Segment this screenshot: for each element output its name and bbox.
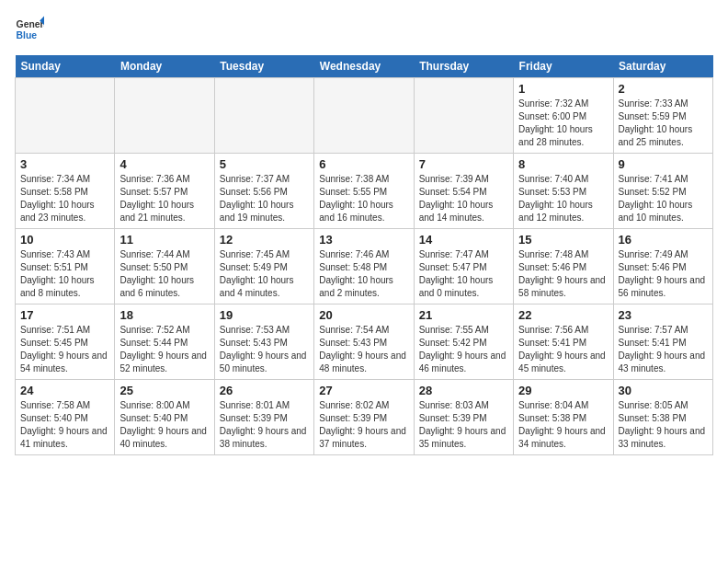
calendar-cell: 6Sunrise: 7:38 AM Sunset: 5:55 PM Daylig… [314,154,414,229]
day-number: 23 [619,308,708,322]
day-info: Sunrise: 7:37 AM Sunset: 5:56 PM Dayligh… [220,173,309,224]
calendar-cell: 28Sunrise: 8:03 AM Sunset: 5:39 PM Dayli… [414,380,513,455]
calendar-cell: 1Sunrise: 7:32 AM Sunset: 6:00 PM Daylig… [514,78,613,154]
day-number: 26 [220,384,309,397]
day-info: Sunrise: 7:49 AM Sunset: 5:46 PM Dayligh… [619,248,708,300]
day-info: Sunrise: 8:01 AM Sunset: 5:39 PM Dayligh… [220,399,309,451]
calendar-cell: 22Sunrise: 7:56 AM Sunset: 5:41 PM Dayli… [514,304,613,380]
day-number: 25 [119,384,209,397]
day-number: 30 [619,384,708,397]
day-number: 7 [419,157,508,171]
day-number: 13 [319,233,408,247]
day-number: 24 [20,384,109,397]
calendar-cell [16,78,115,154]
day-info: Sunrise: 7:48 AM Sunset: 5:46 PM Dayligh… [518,248,608,300]
calendar-cell: 14Sunrise: 7:47 AM Sunset: 5:47 PM Dayli… [414,229,513,304]
day-number: 5 [220,157,309,171]
calendar-cell: 8Sunrise: 7:40 AM Sunset: 5:53 PM Daylig… [514,154,613,229]
day-number: 9 [619,157,708,171]
day-number: 29 [518,384,608,397]
day-number: 6 [319,157,408,171]
day-number: 28 [419,384,508,397]
calendar-cell: 7Sunrise: 7:39 AM Sunset: 5:54 PM Daylig… [414,154,513,229]
day-info: Sunrise: 7:53 AM Sunset: 5:43 PM Dayligh… [220,324,309,375]
weekday-header: Wednesday [314,55,414,78]
calendar-cell: 16Sunrise: 7:49 AM Sunset: 5:46 PM Dayli… [613,229,712,304]
day-number: 12 [220,233,309,247]
day-info: Sunrise: 7:45 AM Sunset: 5:49 PM Dayligh… [220,248,309,300]
day-info: Sunrise: 7:56 AM Sunset: 5:41 PM Dayligh… [518,324,608,375]
day-number: 4 [119,157,209,171]
svg-text:Blue: Blue [17,30,38,40]
day-number: 15 [518,233,608,247]
calendar-cell: 24Sunrise: 7:58 AM Sunset: 5:40 PM Dayli… [16,380,115,455]
day-info: Sunrise: 7:33 AM Sunset: 5:59 PM Dayligh… [619,98,708,149]
day-info: Sunrise: 7:55 AM Sunset: 5:42 PM Dayligh… [419,324,508,375]
day-number: 20 [319,308,408,322]
page-header: General Blue [15,15,713,44]
calendar-cell: 4Sunrise: 7:36 AM Sunset: 5:57 PM Daylig… [115,154,214,229]
day-number: 1 [518,82,608,96]
calendar-cell: 29Sunrise: 8:04 AM Sunset: 5:38 PM Dayli… [514,380,613,455]
day-info: Sunrise: 7:34 AM Sunset: 5:58 PM Dayligh… [20,173,109,224]
calendar-week-row: 1Sunrise: 7:32 AM Sunset: 6:00 PM Daylig… [16,78,713,154]
day-info: Sunrise: 8:00 AM Sunset: 5:40 PM Dayligh… [119,399,209,451]
day-info: Sunrise: 7:32 AM Sunset: 6:00 PM Dayligh… [518,98,608,149]
day-info: Sunrise: 7:40 AM Sunset: 5:53 PM Dayligh… [518,173,608,224]
calendar-cell: 13Sunrise: 7:46 AM Sunset: 5:48 PM Dayli… [314,229,414,304]
calendar-week-row: 17Sunrise: 7:51 AM Sunset: 5:45 PM Dayli… [16,304,713,380]
day-info: Sunrise: 7:43 AM Sunset: 5:51 PM Dayligh… [20,248,109,300]
day-number: 18 [119,308,209,322]
calendar-cell: 12Sunrise: 7:45 AM Sunset: 5:49 PM Dayli… [214,229,313,304]
day-info: Sunrise: 7:54 AM Sunset: 5:43 PM Dayligh… [319,324,408,375]
calendar-cell [314,78,414,154]
weekday-header: Tuesday [214,55,313,78]
calendar-cell: 23Sunrise: 7:57 AM Sunset: 5:41 PM Dayli… [613,304,712,380]
calendar-week-row: 24Sunrise: 7:58 AM Sunset: 5:40 PM Dayli… [16,380,713,455]
calendar-cell: 27Sunrise: 8:02 AM Sunset: 5:39 PM Dayli… [314,380,414,455]
weekday-header: Saturday [613,55,712,78]
day-info: Sunrise: 7:46 AM Sunset: 5:48 PM Dayligh… [319,248,408,300]
weekday-header: Thursday [414,55,513,78]
calendar-cell: 11Sunrise: 7:44 AM Sunset: 5:50 PM Dayli… [115,229,214,304]
day-number: 19 [220,308,309,322]
calendar-cell: 10Sunrise: 7:43 AM Sunset: 5:51 PM Dayli… [16,229,115,304]
calendar-cell: 25Sunrise: 8:00 AM Sunset: 5:40 PM Dayli… [115,380,214,455]
day-info: Sunrise: 7:39 AM Sunset: 5:54 PM Dayligh… [419,173,508,224]
calendar-cell: 2Sunrise: 7:33 AM Sunset: 5:59 PM Daylig… [613,78,712,154]
day-info: Sunrise: 8:03 AM Sunset: 5:39 PM Dayligh… [419,399,508,451]
weekday-header: Friday [514,55,613,78]
day-number: 14 [419,233,508,247]
calendar-table: SundayMondayTuesdayWednesdayThursdayFrid… [15,55,713,455]
logo: General Blue [15,15,44,44]
day-info: Sunrise: 8:04 AM Sunset: 5:38 PM Dayligh… [518,399,608,451]
day-number: 21 [419,308,508,322]
day-info: Sunrise: 7:57 AM Sunset: 5:41 PM Dayligh… [619,324,708,375]
weekday-header: Sunday [16,55,115,78]
day-number: 17 [20,308,109,322]
calendar-cell: 5Sunrise: 7:37 AM Sunset: 5:56 PM Daylig… [214,154,313,229]
day-number: 16 [619,233,708,247]
day-info: Sunrise: 8:05 AM Sunset: 5:38 PM Dayligh… [619,399,708,451]
day-info: Sunrise: 8:02 AM Sunset: 5:39 PM Dayligh… [319,399,408,451]
day-info: Sunrise: 7:41 AM Sunset: 5:52 PM Dayligh… [619,173,708,224]
calendar-week-row: 10Sunrise: 7:43 AM Sunset: 5:51 PM Dayli… [16,229,713,304]
calendar-cell [115,78,214,154]
weekday-header: Monday [115,55,214,78]
calendar-cell: 30Sunrise: 8:05 AM Sunset: 5:38 PM Dayli… [613,380,712,455]
day-info: Sunrise: 7:44 AM Sunset: 5:50 PM Dayligh… [119,248,209,300]
day-number: 3 [20,157,109,171]
calendar-cell: 18Sunrise: 7:52 AM Sunset: 5:44 PM Dayli… [115,304,214,380]
calendar-cell: 20Sunrise: 7:54 AM Sunset: 5:43 PM Dayli… [314,304,414,380]
calendar-cell: 15Sunrise: 7:48 AM Sunset: 5:46 PM Dayli… [514,229,613,304]
day-number: 8 [518,157,608,171]
day-info: Sunrise: 7:36 AM Sunset: 5:57 PM Dayligh… [119,173,209,224]
calendar-cell: 21Sunrise: 7:55 AM Sunset: 5:42 PM Dayli… [414,304,513,380]
day-number: 27 [319,384,408,397]
day-info: Sunrise: 7:52 AM Sunset: 5:44 PM Dayligh… [119,324,209,375]
calendar-cell [414,78,513,154]
calendar-cell: 19Sunrise: 7:53 AM Sunset: 5:43 PM Dayli… [214,304,313,380]
day-number: 22 [518,308,608,322]
day-info: Sunrise: 7:58 AM Sunset: 5:40 PM Dayligh… [20,399,109,451]
day-number: 2 [619,82,708,96]
